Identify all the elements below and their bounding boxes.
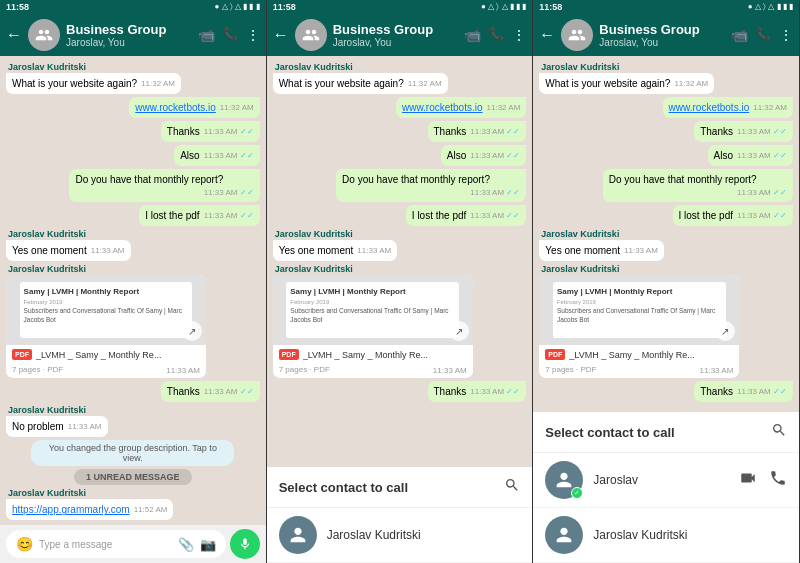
- report-date: February 2019: [557, 298, 722, 306]
- call-icon[interactable]: 📞: [756, 27, 771, 43]
- report-title: Samy | LVMH | Monthly Report: [290, 286, 455, 297]
- message-bubble-out: I lost the pdf11:33 AM ✓✓: [406, 205, 527, 226]
- share-button[interactable]: ↗: [449, 321, 469, 341]
- file-name: _LVMH _ Samy _ Monthly Re...: [303, 350, 467, 360]
- overlay-title: Select contact to call: [279, 480, 408, 495]
- message-input-box[interactable]: 😊 Type a message 📎 📷: [6, 530, 226, 558]
- link-text[interactable]: www.rocketbots.io: [669, 102, 750, 113]
- status-time: 11:58: [273, 2, 296, 12]
- emoji-button[interactable]: 😊: [16, 536, 33, 552]
- header-actions: 📹 📞 ⋮: [731, 27, 793, 43]
- camera-button[interactable]: 📷: [200, 537, 216, 552]
- message-sender: Jaroslav Kudritski: [539, 229, 793, 239]
- contact-item[interactable]: Jaroslav Kudritski: [267, 508, 533, 563]
- back-button[interactable]: ←: [539, 26, 555, 44]
- status-time: 11:58: [6, 2, 29, 12]
- overlay-header: Select contact to call: [533, 412, 799, 453]
- status-bar: 11:58 ● △ 〉 △ ▮ ▮ ▮: [533, 0, 799, 14]
- video-call-icon[interactable]: 📹: [198, 27, 215, 43]
- file-meta: 7 pages · PDF: [279, 365, 330, 374]
- attach-button[interactable]: 📎: [178, 537, 194, 552]
- contact-overlay: Select contact to call Jaroslav Kudritsk…: [267, 467, 533, 563]
- message-time: 11:33 AM: [166, 366, 200, 375]
- read-receipts: ✓✓: [240, 151, 254, 160]
- file-info: PDF _LVMH _ Samy _ Monthly Re...: [539, 345, 739, 364]
- video-call-icon[interactable]: 📹: [731, 27, 748, 43]
- pdf-icon: PDF: [279, 349, 299, 360]
- message-text: What is your website again?: [12, 78, 137, 89]
- message-text: What is your website again?: [279, 78, 404, 89]
- file-info: PDF _LVMH _ Samy _ Monthly Re...: [6, 345, 206, 364]
- video-call-button[interactable]: [739, 469, 757, 491]
- video-call-icon[interactable]: 📹: [464, 27, 481, 43]
- mic-button[interactable]: [230, 529, 260, 559]
- message-sender: Jaroslav Kudritski: [539, 264, 793, 274]
- read-receipts: ✓✓: [506, 211, 520, 220]
- message-sender: Jaroslav Kudritski: [539, 62, 793, 72]
- overlay-title: Select contact to call: [545, 425, 674, 440]
- share-button[interactable]: ↗: [182, 321, 202, 341]
- file-preview-inner: Samy | LVMH | Monthly Report February 20…: [20, 282, 193, 338]
- message-text: Also: [714, 150, 733, 161]
- link-text[interactable]: www.rocketbots.io: [135, 102, 216, 113]
- group-avatar: [28, 19, 60, 51]
- file-preview: Samy | LVMH | Monthly Report February 20…: [539, 275, 739, 345]
- read-receipts: ✓✓: [773, 387, 787, 396]
- link-text[interactable]: https://app.grammarly.com: [12, 504, 130, 515]
- back-button[interactable]: ←: [6, 26, 22, 44]
- overlay-header: Select contact to call: [267, 467, 533, 508]
- read-receipts: ✓✓: [773, 188, 787, 197]
- message-text: Thanks: [434, 126, 467, 137]
- status-bar: 11:58 ● △ 〉 △ ▮ ▮ ▮: [267, 0, 533, 14]
- read-receipts: ✓✓: [506, 127, 520, 136]
- read-receipts: ✓✓: [773, 211, 787, 220]
- contact-name: Jaroslav Kudritski: [593, 528, 687, 542]
- chat-panel-panel3: 11:58 ● △ 〉 △ ▮ ▮ ▮ ← Business Group Jar…: [533, 0, 800, 563]
- message-time: 11:33 AM ✓✓: [204, 211, 254, 221]
- message-time: 11:33 AM: [700, 366, 734, 375]
- message-row: Do you have that monthly report?11:33 AM…: [539, 169, 793, 202]
- call-icon[interactable]: 📞: [223, 27, 238, 43]
- header-subtitle: Jaroslav, You: [66, 37, 192, 48]
- message-row: Also11:33 AM ✓✓: [539, 145, 793, 166]
- message-row: Thanks11:33 AM ✓✓: [539, 381, 793, 402]
- search-icon[interactable]: [771, 422, 787, 442]
- message-text: No problem: [12, 421, 64, 432]
- read-receipts: ✓✓: [773, 151, 787, 160]
- message-time: 11:32 AM: [141, 79, 175, 89]
- menu-icon[interactable]: ⋮: [512, 27, 526, 43]
- contact-avatar: [545, 516, 583, 554]
- audio-call-button[interactable]: [769, 469, 787, 491]
- back-button[interactable]: ←: [273, 26, 289, 44]
- menu-icon[interactable]: ⋮: [246, 27, 260, 43]
- file-bubble[interactable]: Samy | LVMH | Monthly Report February 20…: [6, 275, 206, 378]
- message-text: What is your website again?: [545, 78, 670, 89]
- contact-item[interactable]: Jaroslav Kudritski: [533, 508, 799, 563]
- call-icon[interactable]: 📞: [489, 27, 504, 43]
- message-row: Jaroslav KudritskiWhat is your website a…: [539, 62, 793, 94]
- report-title: Samy | LVMH | Monthly Report: [557, 286, 722, 297]
- message-sender: Jaroslav Kudritski: [6, 405, 260, 415]
- message-sender: Jaroslav Kudritski: [273, 264, 527, 274]
- contact-item[interactable]: ✓Jaroslav: [533, 453, 799, 508]
- message-bubble-out: Do you have that monthly report?11:33 AM…: [336, 169, 526, 202]
- status-time: 11:58: [539, 2, 562, 12]
- chat-panel-panel2: 11:58 ● △ 〉 △ ▮ ▮ ▮ ← Business Group Jar…: [267, 0, 534, 563]
- share-button[interactable]: ↗: [715, 321, 735, 341]
- message-time: 11:33 AM ✓✓: [470, 151, 520, 161]
- input-bar: 😊 Type a message 📎 📷: [0, 525, 266, 563]
- message-text: Do you have that monthly report?: [75, 174, 223, 185]
- message-time: 11:33 AM: [91, 246, 125, 256]
- search-icon[interactable]: [504, 477, 520, 497]
- message-bubble-in: What is your website again?11:32 AM: [273, 73, 448, 94]
- report-date: February 2019: [24, 298, 189, 306]
- file-bubble[interactable]: Samy | LVMH | Monthly Report February 20…: [273, 275, 473, 378]
- menu-icon[interactable]: ⋮: [779, 27, 793, 43]
- contact-name: Jaroslav Kudritski: [327, 528, 421, 542]
- contact-avatar: ✓: [545, 461, 583, 499]
- message-row: I lost the pdf11:33 AM ✓✓: [273, 205, 527, 226]
- message-row: Do you have that monthly report?11:33 AM…: [273, 169, 527, 202]
- link-text[interactable]: www.rocketbots.io: [402, 102, 483, 113]
- file-bubble[interactable]: Samy | LVMH | Monthly Report February 20…: [539, 275, 739, 378]
- contact-name: Jaroslav: [593, 473, 638, 487]
